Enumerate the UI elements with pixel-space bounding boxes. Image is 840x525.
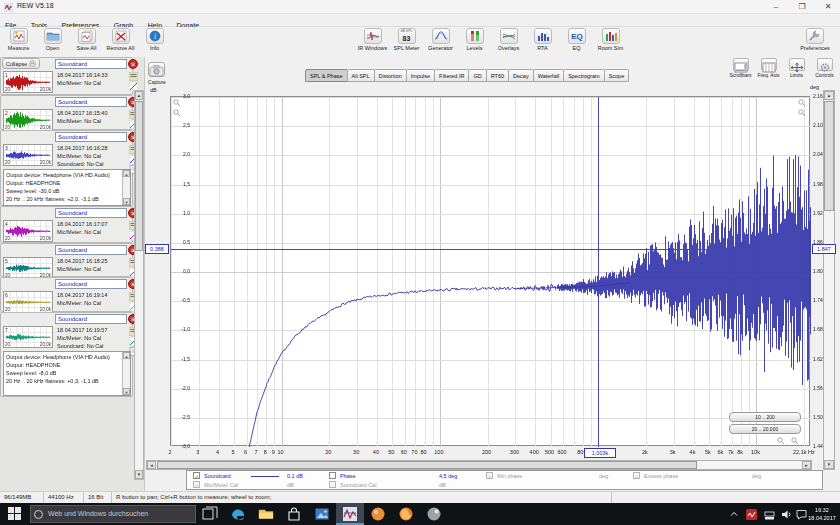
task-view-button[interactable] (196, 503, 224, 525)
firefox-taskbar-icon[interactable] (392, 503, 420, 525)
measurement-title-field[interactable]: Soundcard (55, 245, 127, 255)
room-sim-button[interactable]: Room Sim (594, 28, 627, 56)
scroll-right-icon[interactable]: ► (802, 461, 811, 469)
x-axis-tick: 8 (264, 449, 267, 455)
tab-rt60[interactable]: RT60 (486, 69, 509, 82)
generator-button[interactable]: Generator (424, 28, 457, 56)
measure-button[interactable]: Measure (2, 28, 35, 56)
save-all-button[interactable]: Save All (70, 28, 103, 56)
limits-button[interactable]: Limits (783, 58, 810, 82)
measurement-entry[interactable]: Soundcard × 22020,0k 18.04.2017 16:15:40… (0, 95, 133, 130)
taskbar-clock[interactable]: 16:32 18.04.2017 (806, 506, 838, 522)
steam-taskbar-icon[interactable] (420, 503, 448, 525)
measurement-entry[interactable]: Soundcard × 62020,0k 18.04.2017 16:19:14… (0, 277, 133, 312)
scrollbar-thumb[interactable] (157, 461, 697, 469)
network-icon[interactable] (764, 503, 778, 525)
app-taskbar-icon[interactable] (364, 503, 392, 525)
tab-distortion[interactable]: Distortion (374, 69, 407, 82)
measurement-title-field[interactable]: Soundcard (55, 132, 127, 142)
tab-filtered-ir[interactable]: Filtered IR (434, 69, 469, 82)
tab-waterfall[interactable]: Waterfall (533, 69, 565, 82)
vertical-scrollbar[interactable]: ▲ ▼ (823, 90, 835, 470)
volume-icon[interactable] (781, 503, 795, 525)
overlays-button[interactable]: Overlays (492, 28, 525, 56)
measurement-entry[interactable]: Soundcard × 72020,0k 18.04.2017 16:19:57… (0, 312, 133, 397)
tab-spl-phase[interactable]: SPL & Phase (305, 69, 348, 82)
zoom-out-y-icon[interactable] (173, 109, 181, 117)
scroll-down-icon[interactable]: ▼ (123, 198, 130, 205)
scroll-left-icon[interactable]: ◄ (147, 461, 156, 469)
levels-button[interactable]: Levels (458, 28, 491, 56)
spl-meter-button[interactable]: dB SPL83 SPL Meter (390, 28, 423, 56)
mic-cal-checkbox[interactable]: ✓ (193, 481, 200, 488)
zoom-out-right-axis-icon[interactable] (798, 109, 806, 117)
eq-button[interactable]: EQ EQ (560, 28, 593, 56)
rew-taskbar-icon[interactable] (336, 503, 364, 525)
scrollbar-thumb[interactable] (824, 101, 834, 211)
capture-button[interactable] (148, 62, 165, 77)
photos-taskbar-icon[interactable] (308, 503, 336, 525)
minimize-button[interactable]: – (764, 0, 788, 14)
measurement-title-field[interactable]: Soundcard (55, 279, 127, 289)
maximize-button[interactable]: ❒ (790, 0, 814, 14)
store-taskbar-icon[interactable] (280, 503, 308, 525)
tab-decay[interactable]: Decay (508, 69, 534, 82)
tab-spectrogram[interactable]: Spectrogram (563, 69, 605, 82)
tray-expand-icon[interactable] (730, 503, 742, 525)
scroll-up-icon[interactable]: ▲ (123, 170, 130, 177)
rta-button[interactable]: RTA (526, 28, 559, 56)
scroll-down-icon[interactable]: ▼ (123, 388, 130, 395)
measurement-title-field[interactable]: Soundcard (55, 97, 127, 107)
zoom-in-y-icon[interactable] (173, 99, 181, 107)
tab-impulse[interactable]: Impulse (406, 69, 435, 82)
measurement-entry[interactable]: Soundcard × 42020,0k 18.04.2017 16:17:07… (0, 206, 133, 243)
measurement-list-scrollbar[interactable]: ▲ ▼ (134, 90, 144, 480)
scroll-up-icon[interactable]: ▲ (135, 91, 143, 100)
scroll-up-icon[interactable]: ▲ (123, 352, 130, 359)
tab-scope[interactable]: Scope (604, 69, 630, 82)
info-scrollbar[interactable]: ▲▼ (122, 170, 130, 205)
ir-windows-button[interactable]: IR Windows (356, 28, 389, 56)
zoom-in-x-icon[interactable] (777, 437, 785, 445)
file-explorer-taskbar-icon[interactable] (252, 503, 280, 525)
edge-taskbar-icon[interactable] (224, 503, 252, 525)
open-button[interactable]: Open (36, 28, 69, 56)
scroll-down-icon[interactable]: ▼ (135, 470, 143, 479)
controls-button[interactable]: Controls (811, 58, 838, 82)
info-scrollbar[interactable]: ▲▼ (122, 352, 130, 395)
measurement-notes-icon[interactable] (129, 72, 138, 81)
zoom-in-right-axis-icon[interactable] (798, 99, 806, 107)
scrollbars-button[interactable]: Scrollbars (727, 58, 754, 82)
soundcard-checkbox[interactable]: ✓ (193, 472, 200, 479)
phase-checkbox[interactable] (329, 472, 336, 479)
soundcard-cal-checkbox[interactable] (329, 481, 336, 488)
preferences-button[interactable]: Preferences (793, 28, 837, 56)
measurement-entry[interactable]: Soundcard × 52020,0k 18.04.2017 16:18:25… (0, 243, 133, 277)
start-button[interactable] (0, 503, 30, 525)
remove-all-button[interactable]: Remove All (104, 28, 137, 56)
min-phase-checkbox[interactable]: ✓ (486, 472, 493, 479)
info-button[interactable]: i Info (138, 28, 171, 56)
horizontal-scrollbar[interactable]: ◄ ► (146, 460, 812, 470)
measurement-title-field[interactable]: Soundcard (55, 59, 127, 69)
scroll-up-icon[interactable]: ▲ (824, 91, 834, 100)
excess-phase-checkbox[interactable]: ✓ (633, 472, 640, 479)
measurement-entry[interactable]: Soundcard × 32020,0k 18.04.2017 16:16:28… (0, 130, 133, 206)
spl-phase-plot[interactable]: 10 .. 200 20 .. 20.000 (170, 96, 810, 446)
tab-gd[interactable]: GD (468, 69, 486, 82)
collapse-all-button[interactable]: Collapse (2, 58, 40, 69)
measurement-thumbnail: 12020,0k (3, 71, 53, 93)
taskbar-search-input[interactable]: Web und Windows durchsuchen (30, 505, 196, 523)
tab-all-spl[interactable]: All SPL (347, 69, 375, 82)
scrollbar-thumb[interactable] (135, 101, 143, 251)
tray-app-icon[interactable] (746, 503, 760, 525)
measurement-title-field[interactable]: Soundcard (55, 208, 127, 218)
zoom-preset-20-20000-button[interactable]: 20 .. 20.000 (729, 424, 801, 434)
zoom-preset-10-200-button[interactable]: 10 .. 200 (729, 412, 801, 422)
delete-measurement-button[interactable]: × (128, 59, 138, 69)
measurement-title-field[interactable]: Soundcard (55, 314, 127, 324)
zoom-out-x-icon[interactable] (791, 437, 799, 445)
freq-axis-button[interactable]: Freq. Axis (755, 58, 782, 82)
scroll-down-icon[interactable]: ▼ (824, 460, 834, 469)
close-button[interactable]: ✕ (816, 0, 840, 14)
